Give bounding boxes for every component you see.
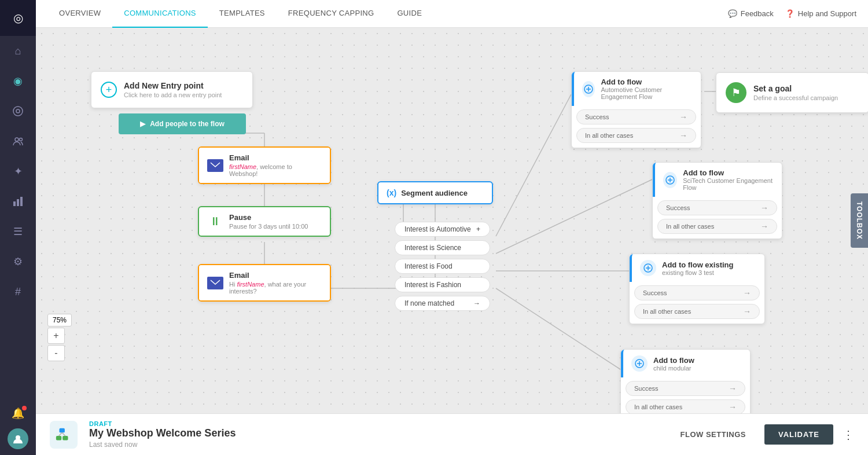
flow-condition-success-4: Success → (626, 381, 745, 396)
add-flow-node-automotive[interactable]: Add to flow Automotive Customer Engageme… (571, 71, 701, 148)
svg-rect-4 (13, 201, 16, 206)
sidebar-item-messages[interactable]: ☰ (0, 217, 36, 247)
email-node-1[interactable]: Email firstName, welcome to Webshop! (198, 146, 331, 184)
flow-title: My Webshop Welcome Series (89, 427, 660, 439)
segment-title: Segment audience (401, 189, 468, 197)
add-flow-subtitle-1: Automotive Customer Engagement Flow (601, 86, 693, 100)
toolbox-panel[interactable]: TOOLBOX (851, 193, 868, 248)
condition-label-fashion: Interest is Fashion (404, 281, 461, 289)
arrow-success-2: → (760, 203, 768, 212)
segment-icon: (x) (387, 188, 396, 197)
pause-subtitle: Pause for 3 days until 10:00 (229, 223, 308, 230)
plus-icon-automotive: + (476, 225, 480, 233)
goal-icon: ⚑ (726, 82, 746, 103)
nav-overview[interactable]: OVERVIEW (47, 0, 112, 28)
condition-none-matched[interactable]: If none matched → (395, 296, 490, 311)
entry-point-node[interactable]: + Add New Entry point Click here to add … (91, 71, 253, 108)
arrow-other-3: → (743, 307, 751, 316)
sidebar-item-people[interactable] (0, 126, 36, 156)
condition-label-automotive: Interest is Automotive (404, 225, 471, 233)
feedback-icon: 💬 (728, 9, 737, 18)
nav-links: OVERVIEW COMMUNICATIONS TEMPLATES FREQUE… (47, 0, 728, 28)
svg-line-17 (496, 179, 652, 254)
flow-condition-other-2: In all other cases → (657, 219, 777, 234)
arrow-success-1: → (679, 112, 687, 122)
add-people-button[interactable]: ▶ Add people to the flow (119, 113, 246, 134)
flow-condition-other-3: In all other cases → (634, 304, 760, 319)
svg-point-0 (13, 107, 23, 116)
email-subtitle-1: firstName, welcome to Webshop! (229, 163, 322, 177)
sidebar-item-settings2[interactable]: ⚙ (0, 247, 36, 277)
svg-point-2 (15, 138, 19, 141)
arrow-other-1: → (679, 131, 687, 140)
svg-line-16 (496, 94, 571, 236)
other-label-1: In all other cases (585, 132, 633, 139)
other-label-4: In all other cases (634, 403, 682, 410)
condition-food[interactable]: Interest is Food (395, 259, 490, 274)
goal-node[interactable]: ⚑ Set a goal Define a successful campaig… (716, 72, 868, 113)
nav-communications[interactable]: COMMUNICATIONS (112, 0, 208, 28)
app-logo[interactable]: ◎ (0, 0, 36, 36)
avatar[interactable] (8, 428, 28, 449)
flow-condition-other-4: In all other cases → (626, 399, 745, 413)
entry-title: Add New Entry point (124, 81, 222, 90)
add-flow-node-child[interactable]: Add to flow child modular Success → In a… (620, 349, 751, 413)
flow-settings-button[interactable]: FLOW SETTINGS (671, 425, 755, 443)
goal-subtitle: Define a successful campaign (753, 94, 838, 101)
sidebar-item-analytics[interactable] (0, 186, 36, 217)
draft-badge: DRAFT (89, 420, 660, 427)
svg-rect-28 (56, 435, 61, 440)
success-label-2: Success (666, 204, 690, 211)
pause-node[interactable]: ⏸ Pause Pause for 3 days until 10:00 (198, 206, 331, 237)
arrow-none-icon: → (473, 299, 480, 307)
email-node-2[interactable]: Email Hi firstName, what are your intere… (198, 264, 331, 302)
zoom-controls: 75% + - (47, 314, 72, 361)
sidebar-item-audience[interactable] (0, 96, 36, 126)
condition-science[interactable]: Interest is Science (395, 240, 490, 255)
nav-guide[interactable]: GUIDE (385, 0, 433, 28)
zoom-in-button[interactable]: + (47, 328, 65, 344)
segment-conditions: Interest is Automotive + Interest is Sci… (395, 222, 490, 314)
svg-rect-5 (17, 199, 19, 206)
condition-label-none: If none matched (404, 299, 454, 307)
canvas[interactable]: + Add New Entry point Click here to add … (36, 28, 868, 413)
svg-rect-21 (210, 162, 220, 170)
validate-button[interactable]: VALIDATE (764, 424, 833, 445)
svg-rect-6 (20, 197, 23, 206)
sidebar: ◎ ⌂ ◉ ✦ ☰ ⚙ # 🔔 (0, 0, 36, 455)
help-button[interactable]: ❓ Help and Support (785, 9, 856, 18)
sidebar-item-hashtag[interactable]: # (0, 277, 36, 307)
add-flow-title-1: Add to flow (601, 78, 693, 86)
sidebar-item-integrations[interactable]: ✦ (0, 156, 36, 186)
arrow-right-icon: ▶ (140, 120, 145, 128)
add-flow-icon-1 (582, 81, 595, 97)
last-saved: Last saved now (89, 441, 660, 449)
arrow-other-4: → (729, 402, 737, 412)
feedback-button[interactable]: 💬 Feedback (728, 9, 774, 18)
more-options-button[interactable]: ⋮ (843, 428, 854, 442)
condition-automotive[interactable]: Interest is Automotive + (395, 222, 490, 237)
svg-line-19 (496, 288, 620, 369)
sidebar-item-notifications[interactable]: 🔔 (0, 398, 36, 428)
add-flow-node-scitech[interactable]: Add to flow SciTech Customer Engagement … (652, 162, 782, 239)
feedback-label: Feedback (741, 9, 774, 18)
nav-frequency-capping[interactable]: FREQUENCY CAPPING (277, 0, 386, 28)
condition-fashion[interactable]: Interest is Fashion (395, 277, 490, 292)
sidebar-item-flow[interactable]: ◉ (0, 66, 36, 96)
topnav-right: 💬 Feedback ❓ Help and Support (728, 9, 856, 18)
arrow-other-2: → (760, 222, 768, 231)
success-label-3: Success (643, 289, 667, 296)
segment-node[interactable]: (x) Segment audience (377, 181, 493, 204)
email-icon-2 (207, 277, 223, 289)
add-flow-subtitle-2: SciTech Customer Engagement Flow (683, 177, 774, 191)
zoom-out-button[interactable]: - (47, 345, 65, 361)
arrow-success-3: → (743, 288, 751, 298)
other-label-3: In all other cases (643, 308, 691, 315)
flow-diagram-icon (50, 421, 78, 449)
nav-templates[interactable]: TEMPLATES (208, 0, 277, 28)
add-flow-node-existing[interactable]: Add to flow existing existing flow 3 tes… (629, 254, 765, 324)
pause-icon: ⏸ (207, 214, 223, 230)
email-subtitle-2: Hi firstName, what are your interests? (229, 281, 322, 295)
sidebar-item-home[interactable]: ⌂ (0, 36, 36, 66)
add-flow-title-2: Add to flow (683, 168, 774, 177)
